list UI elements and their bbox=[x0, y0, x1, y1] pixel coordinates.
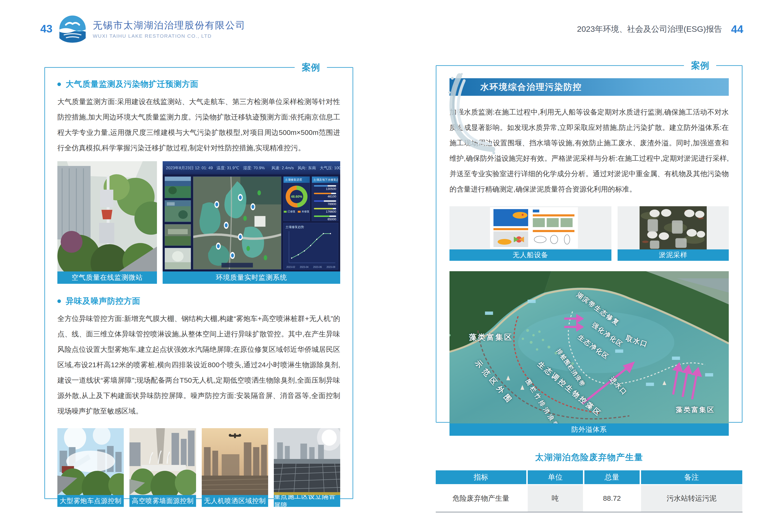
bar-value: 65000 bbox=[314, 218, 336, 221]
camera-thumb-4[interactable] bbox=[165, 248, 191, 270]
dash-datetime: 2023年8月23日 12: 01: 49 bbox=[166, 165, 213, 171]
trend-x-tick: 2023-02 bbox=[286, 266, 295, 269]
camera-thumb-1[interactable] bbox=[165, 176, 191, 198]
caption-spray-wall: 高空喷雾墙面源控制 bbox=[130, 495, 196, 507]
progress-panel-title: 土壤修复进度 bbox=[283, 177, 310, 183]
figure-row-2: 大型雾炮车点源控制 高空喷雾墙面源控制 bbox=[57, 428, 340, 507]
company-names: 无锡市太湖湖泊治理股份有限公司 WUXI TAIHU LAKE RESTORAT… bbox=[93, 19, 246, 39]
photo-drone-spray bbox=[202, 428, 268, 495]
waste-table-section: 太湖湖泊危险废弃物产生量 指标 单位 总量 备注 危险废弃物产生量 吨 88.7… bbox=[436, 452, 743, 512]
caption-overflow-system: 防外溢体系 bbox=[449, 423, 729, 436]
page-number-right: 44 bbox=[731, 23, 743, 35]
trend-x-axis: 2023-02 2023-04 2023-06 2023-08 bbox=[285, 266, 336, 269]
aerial-rendering: 藻类富集区 湖滨带生态修复 强化净化区 生态净化区 排桩围栏消浪带 生态调控生物… bbox=[449, 271, 729, 423]
figure-row-1: 空气质量在线监测微站 2023年8月23日 12: 01: 49 温度: 31.… bbox=[57, 161, 340, 284]
sludge-sampling-art bbox=[618, 206, 729, 249]
figure-air-station: 空气质量在线监测微站 bbox=[57, 161, 157, 284]
air-station-photo-art bbox=[57, 161, 157, 272]
legend-todo-label: 未修复 bbox=[302, 210, 309, 213]
bar-row: 46100 bbox=[314, 193, 336, 198]
sound-barrier-photo-art bbox=[274, 428, 340, 495]
monitoring-dashboard: 2023年8月23日 12: 01: 49 温度: 31.9℃ 湿度: 70.9… bbox=[163, 161, 340, 272]
bar-value: 130500 bbox=[314, 187, 336, 191]
section1-heading-row: 大气质量监测及污染物扩迁预测方面 bbox=[57, 79, 340, 90]
dash-temperature: 温度: 31.9℃ bbox=[217, 165, 240, 171]
bar-track bbox=[314, 185, 336, 187]
section2-title: 异味及噪声防控方面 bbox=[66, 296, 140, 307]
table-header-cell: 备注 bbox=[641, 470, 742, 484]
figure-monitor-system: 2023年8月23日 12: 01: 49 温度: 31.9℃ 湿度: 70.9… bbox=[163, 161, 340, 284]
banner-water-treatment: 水环境综合治理污染防控 bbox=[449, 78, 729, 96]
company-name-cn: 无锡市太湖湖泊治理股份有限公司 bbox=[93, 19, 246, 32]
caption-drone-spray: 无人机喷洒区域控制 bbox=[202, 495, 268, 507]
camera-thumb-2[interactable] bbox=[165, 200, 191, 222]
figure-sound-barrier: 重点施工区设立隔音屏障 bbox=[274, 428, 340, 507]
progress-panel: 土壤修复进度 48.60% 已修复 bbox=[283, 176, 310, 221]
figure-unmanned-boat: 无人船设备 bbox=[449, 206, 611, 261]
caption-monitor-system: 环境质量实时监测系统 bbox=[163, 272, 340, 284]
company-name-en: WUXI TAIHU LAKE RESTORATION CO., LTD bbox=[93, 33, 246, 39]
dashboard-topbar: 2023年8月23日 12: 01: 49 温度: 31.9℃ 湿度: 70.9… bbox=[163, 161, 340, 174]
caption-fog-cannon: 大型雾炮车点源控制 bbox=[57, 495, 124, 507]
caption-unmanned-boat: 无人船设备 bbox=[449, 249, 611, 261]
figure-sludge-sampling: 淤泥采样 bbox=[618, 206, 729, 261]
trend-panel: 土壤修复趋势 2023-02 2023 bbox=[283, 223, 338, 270]
report-spread: 43 无锡市太湖湖泊治理股份有限公司 WUXI TAIHU LAKE RESTO… bbox=[0, 0, 784, 532]
table-title: 太湖湖泊危险废弃物产生量 bbox=[436, 452, 743, 463]
totals-panel: 土壤及地下水修复总量 130500 46100 78900 176600 650… bbox=[312, 176, 338, 221]
company-logo-icon bbox=[59, 15, 87, 43]
caption-air-station: 空气质量在线监测微站 bbox=[57, 272, 157, 284]
trend-x-tick: 2023-08 bbox=[327, 266, 335, 269]
table-cell-remark: 污水站转运污泥 bbox=[641, 485, 742, 512]
table-cell-total: 88.72 bbox=[584, 485, 640, 512]
case-tag-right: 案例 bbox=[684, 59, 716, 72]
section2-body: 全方位异味管控方面:新增充气膜大棚、钢结构大棚,构建“雾炮车+高空喷淋桩群+无人… bbox=[57, 311, 340, 419]
page-number-left: 43 bbox=[40, 22, 52, 35]
trend-panel-title: 土壤修复趋势 bbox=[285, 225, 336, 229]
bar-value: 78900 bbox=[314, 202, 336, 206]
photo-sludge-sampling bbox=[618, 206, 729, 249]
bar-value: 176600 bbox=[314, 210, 336, 213]
table-header-row: 指标 单位 总量 备注 bbox=[436, 470, 743, 484]
case-tag-left: 案例 bbox=[295, 61, 327, 74]
totals-bars: 130500 46100 78900 176600 65000 bbox=[312, 183, 338, 222]
camera-thumb-3[interactable] bbox=[165, 224, 191, 246]
bar-track bbox=[314, 193, 336, 194]
waste-table: 指标 单位 总量 备注 危险废弃物产生量 吨 88.72 污水站转运污泥 bbox=[436, 470, 743, 512]
dash-wind-speed: 风速: 2.4m/s bbox=[272, 165, 294, 171]
figure-spray-wall: 高空喷雾墙面源控制 bbox=[130, 428, 196, 507]
header-left: 43 无锡市太湖湖泊治理股份有限公司 WUXI TAIHU LAKE RESTO… bbox=[40, 15, 246, 43]
caption-sound-barrier: 重点施工区设立隔音屏障 bbox=[274, 495, 340, 507]
photo-unmanned-boat bbox=[449, 206, 611, 249]
legend-todo-swatch bbox=[298, 211, 301, 213]
progress-donut: 48.60% bbox=[286, 186, 307, 207]
table-header-cell: 单位 bbox=[528, 470, 583, 484]
right-case-box: 案例 水环境综合治理污染防控 加强水质监测:在施工过程中,利用无人船等设备定期对… bbox=[436, 65, 743, 423]
drone-photo-art bbox=[202, 428, 268, 495]
donut-hole: 48.60% bbox=[290, 190, 303, 203]
dashboard-topbar-left: 2023年8月23日 12: 01: 49 温度: 31.9℃ 湿度: 70.9… bbox=[166, 165, 265, 171]
bar-track bbox=[314, 200, 336, 202]
photo-sound-barrier bbox=[274, 428, 340, 495]
header-right: 2023年环境、社会及公司治理(ESG)报告 44 bbox=[577, 23, 743, 35]
photo-spray-wall bbox=[130, 428, 196, 495]
bar-row: 176600 bbox=[314, 208, 336, 213]
bar-row: 65000 bbox=[314, 216, 336, 221]
section1-title: 大气质量监测及污染物扩迁预测方面 bbox=[66, 79, 198, 90]
dashboard-main: 土壤修复进度 48.60% 已修复 bbox=[163, 174, 340, 272]
aerial-label: 藻类富集区 bbox=[469, 332, 513, 342]
dash-wind-dir: 风向: 东南 bbox=[298, 165, 316, 171]
figure-drone-spray: 无人机喷洒区域控制 bbox=[202, 428, 268, 507]
fog-cannon-photo-art bbox=[57, 428, 124, 495]
donut-value: 48.60% bbox=[291, 195, 302, 198]
trend-x-tick: 2023-04 bbox=[300, 266, 308, 269]
table-cell-indicator: 危险废弃物产生量 bbox=[436, 485, 526, 512]
report-title: 2023年环境、社会及公司治理(ESG)报告 bbox=[577, 24, 722, 35]
satellite-map[interactable] bbox=[193, 176, 281, 270]
caption-sludge-sampling: 淤泥采样 bbox=[618, 249, 729, 261]
table-cell-unit: 吨 bbox=[528, 485, 583, 512]
bar-track bbox=[314, 216, 336, 217]
totals-panel-title: 土壤及地下水修复总量 bbox=[312, 177, 338, 183]
table-header-cell: 总量 bbox=[584, 470, 640, 484]
bar-row: 78900 bbox=[314, 200, 336, 206]
